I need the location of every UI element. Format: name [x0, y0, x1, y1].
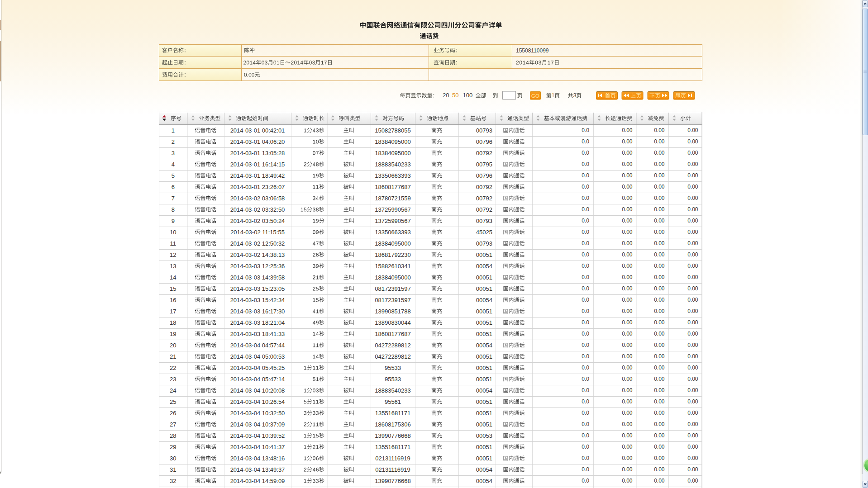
svg-text:00793: 00793 [476, 218, 492, 224]
svg-text:2014-03-04 10:37:09: 2014-03-04 10:37:09 [230, 421, 285, 428]
svg-text:9: 9 [172, 218, 175, 224]
svg-text:18608177687: 18608177687 [375, 331, 411, 337]
svg-text:2014-03-04 10:32:50: 2014-03-04 10:32:50 [230, 410, 285, 417]
svg-text:0.00: 0.00 [687, 274, 698, 280]
svg-text:00051: 00051 [476, 398, 492, 405]
svg-text:00051: 00051 [476, 251, 492, 258]
svg-text:0.00: 0.00 [622, 308, 633, 314]
svg-text:0.0: 0.0 [582, 365, 589, 371]
svg-text:0.00: 0.00 [687, 240, 698, 246]
svg-text:0.00: 0.00 [687, 218, 698, 224]
svg-text:18608177687: 18608177687 [375, 184, 411, 190]
svg-text:95561: 95561 [385, 398, 401, 405]
svg-text:00054: 00054 [476, 342, 492, 349]
svg-text:0.00: 0.00 [687, 229, 698, 235]
svg-text:2014-03-02 03:32:50: 2014-03-02 03:32:50 [230, 206, 285, 213]
svg-text:18883540233: 18883540233 [375, 161, 411, 168]
svg-text:0.00: 0.00 [654, 365, 665, 371]
svg-text:17: 17 [170, 308, 176, 315]
svg-text:00051: 00051 [476, 455, 492, 462]
svg-text:4: 4 [172, 161, 175, 168]
svg-text:0.00: 0.00 [687, 161, 698, 167]
svg-text:00051: 00051 [476, 353, 492, 360]
svg-text:13551681171: 13551681171 [375, 444, 411, 450]
svg-text:0.00: 0.00 [687, 184, 698, 190]
svg-text:00051: 00051 [476, 274, 492, 281]
svg-text:0.00: 0.00 [687, 410, 698, 416]
svg-text:2014-03-04 04:57:44: 2014-03-04 04:57:44 [230, 342, 285, 349]
svg-text:18681792230: 18681792230 [375, 251, 411, 258]
svg-text:0.0: 0.0 [582, 229, 589, 235]
svg-text:04272289812: 04272289812 [375, 342, 411, 349]
svg-text:0.00: 0.00 [654, 161, 665, 167]
svg-text:00051: 00051 [476, 331, 492, 337]
svg-text:0.00: 0.00 [622, 172, 633, 179]
svg-text:29: 29 [170, 444, 176, 450]
svg-text:0.0: 0.0 [582, 218, 589, 224]
svg-text:2014-03-02 11:15:55: 2014-03-02 11:15:55 [230, 229, 285, 236]
svg-text:3: 3 [172, 150, 175, 156]
svg-text:0.0: 0.0 [582, 127, 589, 133]
svg-text:45025: 45025 [476, 229, 492, 236]
svg-text:0.00: 0.00 [654, 184, 665, 190]
svg-text:0.00: 0.00 [687, 353, 698, 360]
svg-text:0.00: 0.00 [654, 127, 665, 133]
svg-text:00051: 00051 [476, 444, 492, 450]
svg-text:0.00: 0.00 [654, 478, 665, 484]
svg-text:00053: 00053 [476, 432, 492, 439]
svg-text:0.00: 0.00 [654, 398, 665, 405]
svg-text:0.00: 0.00 [622, 398, 633, 405]
svg-text:2014-03-01 23:26:07: 2014-03-01 23:26:07 [230, 184, 285, 190]
svg-text:0.0: 0.0 [582, 274, 589, 280]
svg-text:00051: 00051 [476, 285, 492, 292]
svg-text:13990776668: 13990776668 [375, 478, 411, 484]
svg-text:0.00: 0.00 [687, 376, 698, 382]
svg-text:18384095000: 18384095000 [375, 150, 411, 156]
svg-text:0.00: 0.00 [622, 240, 633, 246]
svg-text:0.0: 0.0 [582, 319, 589, 326]
svg-text:6: 6 [172, 184, 175, 190]
svg-text:11: 11 [170, 240, 176, 247]
svg-text:0.00: 0.00 [654, 387, 665, 393]
svg-text:30: 30 [170, 455, 176, 462]
svg-text:0.00: 0.00 [654, 432, 665, 439]
svg-text:0.00: 0.00 [622, 478, 633, 484]
svg-text:0.0: 0.0 [582, 376, 589, 382]
svg-text:0.00: 0.00 [654, 297, 665, 303]
svg-text:100: 100 [463, 92, 473, 99]
svg-text:2014-03-01 16:14:15: 2014-03-01 16:14:15 [230, 161, 285, 168]
svg-text:2014-03-02 03:50:24: 2014-03-02 03:50:24 [230, 218, 285, 224]
svg-text:13990851788: 13990851788 [375, 308, 411, 315]
svg-text:2014-03-02 14:38:13: 2014-03-02 14:38:13 [230, 251, 285, 258]
svg-text:27: 27 [170, 421, 176, 428]
svg-text:15508110099: 15508110099 [516, 47, 549, 54]
svg-text:0.00: 0.00 [687, 206, 698, 213]
svg-text:00051: 00051 [476, 410, 492, 417]
svg-text:2014-03-01 18:49:42: 2014-03-01 18:49:42 [230, 172, 285, 179]
svg-text:2014-03-04 13:48:16: 2014-03-04 13:48:16 [230, 455, 285, 462]
svg-text:13725990567: 13725990567 [375, 218, 411, 224]
svg-text:0.00: 0.00 [687, 478, 698, 484]
svg-text:0.00: 0.00 [622, 206, 633, 213]
svg-text:0.0: 0.0 [582, 150, 589, 156]
svg-text:8: 8 [172, 206, 175, 213]
svg-text:7: 7 [172, 195, 175, 202]
svg-text:0.00: 0.00 [654, 206, 665, 213]
svg-text:00796: 00796 [476, 172, 492, 179]
svg-text:1: 1 [172, 127, 175, 134]
svg-text:0.00: 0.00 [687, 319, 698, 326]
svg-text:0.00: 0.00 [622, 455, 633, 461]
svg-text:2014-03-04 10:39:52: 2014-03-04 10:39:52 [230, 432, 285, 439]
svg-text:02131116919: 02131116919 [375, 466, 410, 473]
svg-text:0.00: 0.00 [622, 229, 633, 235]
svg-text:00051: 00051 [476, 376, 492, 383]
svg-text:0.00: 0.00 [622, 432, 633, 439]
svg-text:0.0: 0.0 [582, 432, 589, 439]
svg-text:0.00: 0.00 [622, 331, 633, 337]
svg-text:2014-03-03 14:39:58: 2014-03-03 14:39:58 [230, 274, 285, 281]
svg-text:2014-03-04 05:00:53: 2014-03-04 05:00:53 [230, 353, 285, 360]
svg-text:0.00: 0.00 [622, 161, 633, 167]
svg-text:0.00: 0.00 [687, 342, 698, 348]
svg-text:2014-03-04 05:45:25: 2014-03-04 05:45:25 [230, 365, 285, 371]
svg-text:0.00: 0.00 [687, 387, 698, 393]
